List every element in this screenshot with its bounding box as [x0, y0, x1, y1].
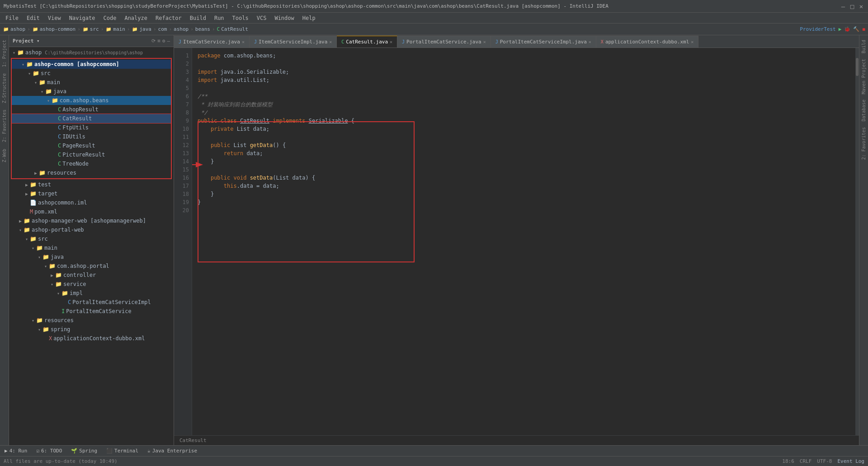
- run-config-label[interactable]: ProviderTest: [800, 26, 835, 32]
- spring-tool-tab[interactable]: 🌱 Spring: [69, 447, 99, 455]
- menu-code[interactable]: Code: [100, 14, 120, 22]
- tree-item-ftp-utils[interactable]: ▾ C FtpUtils: [12, 123, 171, 132]
- tree-item-portal-item-cat-service-impl[interactable]: ▶ C PortalItemCatServiceImpl: [9, 298, 174, 307]
- tab-item-cat-service[interactable]: J ItemCatService.java ✕: [174, 36, 250, 48]
- menu-analyze[interactable]: Analyze: [121, 14, 151, 22]
- tab-close-icon[interactable]: ✕: [589, 39, 591, 44]
- minimize-button[interactable]: —: [840, 3, 846, 10]
- tree-item-controller[interactable]: ▶ 📁 controller: [9, 271, 174, 280]
- line-ending[interactable]: CRLF: [800, 458, 812, 464]
- tree-item-src[interactable]: ▾ 📁 src: [12, 69, 171, 78]
- breadcrumb-main[interactable]: 📁 main: [105, 26, 125, 33]
- database-tab[interactable]: Database: [860, 97, 867, 124]
- tree-item-ashop-common[interactable]: ▾ 📁 ashop-common [ashopcommon]: [12, 60, 171, 69]
- terminal-tool-tab[interactable]: ⬛ Terminal: [104, 447, 140, 455]
- tree-item-target[interactable]: ▶ 📁 target: [9, 189, 174, 198]
- tree-item-spring[interactable]: ▾ 📁 spring: [9, 325, 174, 334]
- tree-item-resources2[interactable]: ▾ 📁 resources: [9, 316, 174, 325]
- tab-close-icon[interactable]: ✕: [242, 39, 245, 44]
- tab-close-icon[interactable]: ✕: [390, 39, 392, 44]
- tree-item-com-ashop-portal[interactable]: ▾ 📁 com.ashop.portal: [9, 262, 174, 271]
- menu-help[interactable]: Help: [299, 14, 319, 22]
- menu-edit[interactable]: Edit: [23, 14, 43, 22]
- tab-cat-result[interactable]: C CatResult.java ✕: [337, 36, 397, 48]
- tree-item-main[interactable]: ▾ 📁 main: [12, 78, 171, 87]
- breadcrumb-ashop[interactable]: 📁 ashop: [3, 26, 25, 33]
- tree-item-tree-node[interactable]: ▾ C TreeNode: [12, 159, 171, 168]
- build-tab[interactable]: Build: [860, 37, 867, 56]
- tree-item-com-ashop-beans[interactable]: ▾ 📁 com.ashop.beans: [12, 96, 171, 105]
- encoding[interactable]: UTF-8: [817, 458, 832, 464]
- vertical-scrollbar[interactable]: [855, 48, 859, 435]
- code-line-16: public void setData(List data) {: [198, 174, 854, 182]
- menu-refactor[interactable]: Refactor: [152, 14, 185, 22]
- tab-application-context[interactable]: X applicationContext-dubbo.xml ✕: [596, 36, 699, 48]
- tree-item-portal-item-cat-service[interactable]: ▶ I PortalItemCatService: [9, 307, 174, 316]
- menu-tools[interactable]: Tools: [229, 14, 252, 22]
- tab-close-icon[interactable]: ✕: [691, 39, 693, 44]
- maven-tab[interactable]: Maven Project: [860, 56, 867, 97]
- breadcrumb-com[interactable]: com: [158, 26, 167, 32]
- tree-item-ashop-manager-web[interactable]: ▶ 📁 ashop-manager-web [ashopmanagerweb]: [9, 216, 174, 225]
- project-tab[interactable]: 1: Project: [1, 37, 8, 70]
- scroll-thumb[interactable]: [856, 58, 859, 76]
- tree-item-service[interactable]: ▾ 📁 service: [9, 280, 174, 289]
- sync-icon[interactable]: ⟳: [151, 38, 156, 44]
- todo-tool-tab[interactable]: ☑ 6: TODO: [34, 447, 64, 455]
- tree-item-pom-xml[interactable]: ▶ M pom.xml: [9, 207, 174, 216]
- settings-icon[interactable]: ⚙: [162, 38, 165, 44]
- tree-item-id-utils[interactable]: ▾ C IDUtils: [12, 132, 171, 141]
- hide-icon[interactable]: —: [167, 38, 170, 44]
- menu-view[interactable]: View: [44, 14, 65, 22]
- favorites-right-tab[interactable]: 2: Favorites: [860, 124, 867, 162]
- breadcrumb-ashop-common[interactable]: 📁 ashop-common: [32, 26, 75, 33]
- menu-window[interactable]: Window: [271, 14, 297, 22]
- tree-item-app-context-dubbo2[interactable]: ▶ X applicationContext-dubbo.xml: [9, 334, 174, 343]
- breadcrumb-ashop2[interactable]: ashop: [174, 26, 189, 32]
- tab-item-cat-service-impl[interactable]: J ItemCatServiceImpl.java ✕: [250, 36, 337, 48]
- favorites-tab[interactable]: 2: Favorites: [1, 107, 8, 145]
- tree-item-ashop-portal-web[interactable]: ▾ 📁 ashop-portal-web: [9, 225, 174, 234]
- collapse-icon[interactable]: ≡: [157, 38, 160, 44]
- breadcrumb-catresult[interactable]: C CatResult: [217, 26, 248, 32]
- menu-file[interactable]: File: [2, 14, 22, 22]
- tree-item-cat-result[interactable]: ▾ C CatResult: [12, 114, 171, 123]
- tree-item-test[interactable]: ▶ 📁 test: [9, 180, 174, 189]
- web-tab[interactable]: Z-Web: [1, 146, 8, 165]
- close-button[interactable]: ✕: [858, 3, 864, 10]
- run-tool-tab[interactable]: ▶ 4: Run: [3, 447, 29, 455]
- tree-item-page-result[interactable]: ▾ C PageResult: [12, 141, 171, 150]
- breadcrumb-src[interactable]: 📁 src: [82, 26, 99, 33]
- tree-item-resources[interactable]: ▶ 📁 resources: [12, 168, 171, 177]
- debug-button[interactable]: 🐞: [844, 26, 850, 32]
- code-line-8: */: [198, 109, 854, 117]
- java-enterprise-tool-tab[interactable]: ☕ Java Enterprise: [146, 447, 199, 455]
- tree-item-src2[interactable]: ▾ 📁 src: [9, 234, 174, 243]
- menu-run[interactable]: Run: [211, 14, 228, 22]
- tab-close-icon[interactable]: ✕: [329, 39, 332, 44]
- run-button[interactable]: ▶: [839, 26, 842, 32]
- menu-build[interactable]: Build: [186, 14, 210, 22]
- tree-item-picture-result[interactable]: ▾ C PictureResult: [12, 150, 171, 159]
- tree-item-ashop-result[interactable]: ▾ C AshopResult: [12, 105, 171, 114]
- tab-close-icon[interactable]: ✕: [483, 39, 486, 44]
- tab-portal-item-cat-service[interactable]: J PortalItemCatService.java ✕: [397, 36, 491, 48]
- code-editor[interactable]: 1 2 3 4 5 6 7 8 9 10 11 12 13 14 15 16 1…: [174, 48, 859, 435]
- code-content[interactable]: package com.ashop.beans; import java.io.…: [192, 48, 859, 435]
- tree-item-ashop-root[interactable]: ▾ 📁 ashop C:\githubRepositories\shopping…: [9, 48, 174, 57]
- breadcrumb-java[interactable]: 📁 java: [132, 26, 151, 33]
- tree-item-java[interactable]: ▾ 📁 java: [12, 87, 171, 96]
- menu-navigate[interactable]: Navigate: [66, 14, 99, 22]
- build-button[interactable]: 🔨: [853, 26, 859, 32]
- maximize-button[interactable]: □: [849, 3, 855, 10]
- tree-item-impl[interactable]: ▾ 📁 impl: [9, 289, 174, 298]
- tree-item-ashopcommon-iml[interactable]: ▶ 📄 ashopcommon.iml: [9, 198, 174, 207]
- tree-item-main2[interactable]: ▾ 📁 main: [9, 243, 174, 252]
- tab-portal-item-cat-service-impl[interactable]: J PortalItemCatServiceImpl.java ✕: [491, 36, 596, 48]
- tree-item-java2[interactable]: ▾ 📁 java: [9, 252, 174, 262]
- structure-tab[interactable]: Z-Structure: [1, 71, 8, 106]
- event-log[interactable]: Event Log: [837, 458, 864, 464]
- stop-button[interactable]: ◼: [862, 26, 865, 32]
- menu-vcs[interactable]: VCS: [253, 14, 270, 22]
- breadcrumb-beans[interactable]: beans: [195, 26, 210, 32]
